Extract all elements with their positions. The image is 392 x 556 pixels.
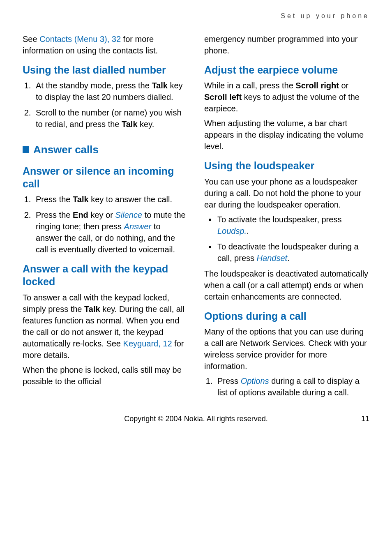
last-dialled-steps: At the standby mode, press the Talk key … — [23, 80, 188, 130]
right-column: emergency number programmed into your ph… — [204, 30, 369, 402]
heading-earpiece-volume: Adjust the earpiece volume — [204, 64, 369, 76]
page-number: 11 — [361, 415, 369, 423]
options-term: Options — [241, 376, 269, 385]
answer-silence-steps: Press the Talk key to answer the call. P… — [23, 194, 188, 255]
heading-answer-calls: Answer calls — [23, 142, 188, 157]
heading-options-during-call: Options during a call — [204, 310, 369, 323]
list-item: Press the End key or Silence to mute the… — [33, 209, 188, 255]
left-column: See Contacts (Menu 3), 32 for more infor… — [23, 30, 188, 402]
section-title: Answer calls — [33, 142, 99, 157]
heading-last-dialled: Using the last dialled number — [23, 64, 188, 76]
scroll-right-key: Scroll right — [295, 81, 339, 90]
handset-term: Handset — [257, 254, 288, 263]
text: key to answer the call. — [89, 195, 172, 204]
contacts-link[interactable]: Contacts (Menu 3), 32 — [39, 35, 121, 44]
running-head: Set up your phone — [23, 12, 369, 20]
earpiece-paragraph-1: While in a call, press the Scroll right … — [204, 80, 369, 114]
talk-key: Talk — [84, 305, 100, 314]
keypad-locked-paragraph-2: When the phone is locked, calls still ma… — [23, 364, 188, 387]
silence-term: Silence — [115, 210, 142, 219]
content-columns: See Contacts (Menu 3), 32 for more infor… — [23, 30, 369, 402]
list-item: Press the Talk key to answer the call. — [33, 194, 188, 205]
end-key: End — [73, 210, 88, 219]
heading-keypad-locked: Answer a call with the keypad locked — [23, 263, 188, 288]
text: or — [339, 81, 348, 90]
heading-answer-silence: Answer or silence an incoming call — [23, 165, 188, 191]
heading-loudspeaker: Using the loudspeaker — [204, 159, 369, 172]
text: . — [287, 254, 290, 263]
loudspeaker-paragraph-2: The loudspeaker is deactivated automatic… — [204, 268, 369, 302]
talk-key: Talk — [122, 120, 138, 129]
list-item: To activate the loudspeaker, press Louds… — [217, 214, 369, 237]
text: See — [23, 35, 39, 44]
options-steps: Press Options during a call to display a… — [204, 375, 369, 398]
text: Scroll to the number (or name) you wish … — [36, 108, 182, 129]
text: key. — [138, 120, 154, 129]
earpiece-paragraph-2: When adjusting the volume, a bar chart a… — [204, 118, 369, 152]
answer-term: Answer — [124, 222, 152, 231]
talk-key: Talk — [73, 195, 89, 204]
copyright-text: Copyright © 2004 Nokia. All rights reser… — [124, 415, 267, 423]
text: Press the — [36, 195, 73, 204]
options-paragraph: Many of the options that you can use dur… — [204, 326, 369, 372]
square-bullet-icon — [23, 146, 29, 153]
talk-key: Talk — [152, 81, 168, 90]
scroll-left-key: Scroll left — [204, 92, 242, 102]
text: While in a call, press the — [204, 81, 295, 90]
text: At the standby mode, press the — [36, 81, 152, 90]
keypad-locked-paragraph: To answer a call with the keypad locked,… — [23, 292, 188, 361]
text: . — [247, 226, 249, 235]
intro-paragraph: See Contacts (Menu 3), 32 for more infor… — [23, 33, 188, 56]
list-item: At the standby mode, press the Talk key … — [33, 80, 188, 103]
text: key or — [88, 210, 115, 219]
keyguard-link[interactable]: Keyguard, 12 — [123, 339, 172, 348]
list-item: To deactivate the loudspeaker during a c… — [217, 241, 369, 264]
list-item: Scroll to the number (or name) you wish … — [33, 107, 188, 130]
loudspeaker-bullets: To activate the loudspeaker, press Louds… — [204, 214, 369, 264]
text: To activate the loudspeaker, press — [217, 215, 341, 224]
text: Press — [217, 376, 241, 385]
text: Press the — [36, 210, 73, 219]
loudspeaker-paragraph-1: You can use your phone as a loudspeaker … — [204, 176, 369, 210]
list-item: Press Options during a call to display a… — [215, 375, 369, 398]
loudsp-term: Loudsp. — [217, 226, 247, 235]
page-footer: Copyright © 2004 Nokia. All rights reser… — [23, 415, 369, 423]
continuation-paragraph: emergency number programmed into your ph… — [204, 33, 369, 56]
